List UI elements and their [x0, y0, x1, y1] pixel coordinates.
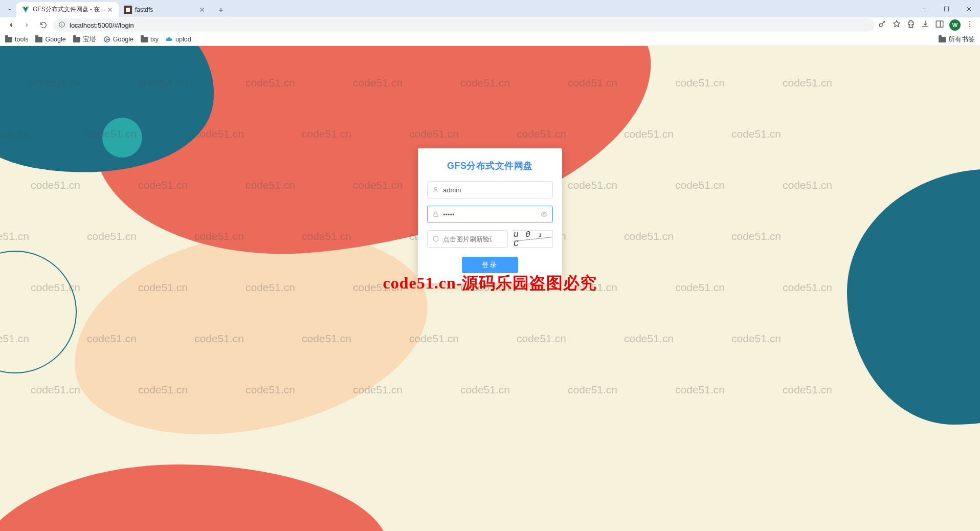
- bookmark-uplod[interactable]: uplod: [166, 36, 191, 43]
- bg-ring: [0, 251, 77, 373]
- svg-point-7: [969, 24, 970, 25]
- tab-active[interactable]: GFS分布式文件网盘 - 在线网盘: [16, 2, 119, 17]
- bookmark-bar: tools Google 宝塔 Google txy uplod 所有书签: [0, 33, 980, 46]
- captcha-row: u 0 ₁ C: [427, 230, 553, 248]
- forward-button[interactable]: [20, 18, 34, 32]
- extensions-icon[interactable]: [906, 19, 916, 31]
- folder-icon: [73, 37, 80, 42]
- svg-point-6: [969, 21, 970, 23]
- all-bookmarks[interactable]: 所有书签: [939, 35, 975, 44]
- tab-search-dropdown[interactable]: [3, 2, 16, 17]
- tab-title: GFS分布式文件网盘 - 在线网盘: [33, 5, 106, 14]
- maximize-button[interactable]: [935, 1, 957, 16]
- close-window-button[interactable]: [957, 1, 980, 16]
- folder-icon: [5, 37, 12, 42]
- lock-icon: [432, 211, 439, 218]
- downloads-icon[interactable]: [921, 19, 930, 31]
- kebab-menu-icon[interactable]: [966, 20, 974, 30]
- svg-rect-5: [936, 21, 943, 27]
- password-field-wrapper: [427, 206, 553, 223]
- tab-inactive[interactable]: fastdfs: [119, 2, 211, 17]
- folder-icon: [141, 37, 148, 42]
- close-icon[interactable]: [106, 6, 114, 13]
- svg-rect-1: [126, 8, 130, 12]
- login-title: GFS分布式文件网盘: [427, 160, 553, 172]
- reload-button[interactable]: [37, 18, 50, 32]
- svg-point-12: [543, 213, 545, 215]
- login-card: GFS分布式文件网盘 u 0 ₁ C 登录: [418, 148, 562, 283]
- svg-rect-2: [944, 7, 948, 11]
- toolbar-right: W: [878, 19, 976, 31]
- tab-title: fastdfs: [135, 6, 198, 13]
- close-icon[interactable]: [198, 6, 206, 13]
- bookmark-baota[interactable]: 宝塔: [73, 35, 96, 44]
- upload-icon: [166, 36, 173, 43]
- site-info-icon[interactable]: [58, 21, 65, 30]
- profile-avatar[interactable]: W: [949, 19, 961, 31]
- vue-favicon-icon: [21, 6, 30, 14]
- site-favicon-icon: [124, 6, 132, 14]
- bookmark-tools[interactable]: tools: [5, 36, 28, 43]
- tab-strip: GFS分布式文件网盘 - 在线网盘 fastdfs: [0, 0, 980, 17]
- bg-blob-red-bottom: [0, 464, 389, 531]
- sidepanel-icon[interactable]: [935, 19, 944, 31]
- shield-icon: [432, 235, 439, 242]
- password-key-icon[interactable]: [878, 19, 887, 31]
- svg-point-10: [435, 187, 437, 190]
- svg-point-4: [879, 24, 882, 27]
- page-viewport: code51.cncode51.cncode51.cncode51.cncode…: [0, 46, 980, 531]
- bookmark-star-icon[interactable]: [892, 19, 901, 31]
- captcha-image[interactable]: u 0 ₁ C: [513, 230, 553, 248]
- back-button[interactable]: [4, 18, 17, 32]
- folder-icon: [939, 37, 946, 42]
- login-button[interactable]: 登录: [462, 257, 518, 273]
- folder-icon: [35, 37, 42, 42]
- google-icon: [103, 36, 110, 43]
- bg-blob-teal-right: [847, 169, 980, 425]
- minimize-button[interactable]: [912, 1, 935, 16]
- bg-blob-cyan-dot: [102, 118, 142, 158]
- bookmark-txy[interactable]: txy: [141, 36, 159, 43]
- url-text: localhost:5000/#/login: [70, 21, 134, 29]
- omnibar: localhost:5000/#/login W: [0, 17, 980, 34]
- captcha-field-wrapper: [427, 230, 508, 248]
- new-tab-button[interactable]: [214, 3, 228, 17]
- bookmark-google-2[interactable]: Google: [103, 36, 133, 43]
- svg-rect-11: [434, 214, 438, 216]
- address-bar[interactable]: localhost:5000/#/login: [53, 18, 875, 32]
- bookmark-google-1[interactable]: Google: [35, 36, 65, 43]
- username-field-wrapper: [427, 181, 553, 198]
- password-input[interactable]: [427, 206, 553, 223]
- svg-point-8: [969, 26, 970, 27]
- user-icon: [432, 186, 439, 193]
- browser-chrome: GFS分布式文件网盘 - 在线网盘 fastdfs: [0, 0, 980, 46]
- eye-icon[interactable]: [541, 211, 548, 218]
- username-input[interactable]: [427, 181, 553, 198]
- window-controls: [912, 0, 980, 17]
